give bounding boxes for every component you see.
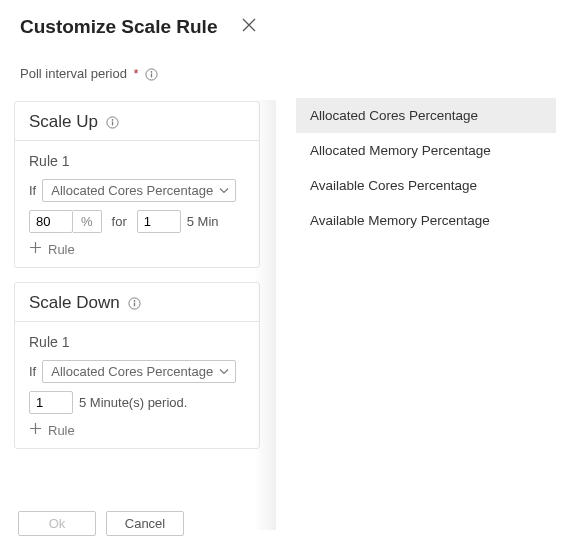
add-rule-label: Rule [48, 242, 75, 257]
scale-up-duration-input[interactable] [137, 210, 181, 233]
scale-down-metric-select[interactable]: Allocated Cores Percentage [42, 360, 236, 383]
svg-point-4 [112, 119, 114, 121]
scale-up-rule-title: Rule 1 [29, 153, 245, 169]
plus-icon [29, 241, 42, 257]
scale-up-header: Scale Up [15, 102, 259, 141]
if-label: If [29, 183, 36, 198]
dropdown-option[interactable]: Available Memory Percentage [296, 203, 556, 238]
svg-rect-8 [134, 302, 135, 306]
dropdown-option[interactable]: Allocated Memory Percentage [296, 133, 556, 168]
poll-interval-label: Poll interval period [20, 66, 127, 81]
scale-down-add-rule[interactable]: Rule [29, 422, 245, 438]
scale-down-duration-suffix: 5 Minute(s) period. [79, 395, 187, 410]
scale-up-duration-suffix: 5 Min [187, 214, 219, 229]
if-label: If [29, 364, 36, 379]
info-icon[interactable] [128, 297, 141, 310]
svg-rect-5 [112, 121, 113, 125]
scale-up-title: Scale Up [29, 112, 98, 132]
footer: Ok Cancel [18, 511, 184, 536]
info-icon[interactable] [145, 68, 158, 81]
required-marker: * [134, 66, 139, 81]
poll-interval-field: Poll interval period * [0, 44, 276, 87]
svg-point-7 [133, 300, 135, 302]
dropdown-option[interactable]: Available Cores Percentage [296, 168, 556, 203]
add-rule-label: Rule [48, 423, 75, 438]
scale-up-metric-select[interactable]: Allocated Cores Percentage [42, 179, 236, 202]
chevron-down-icon [219, 364, 229, 379]
dropdown-option[interactable]: Allocated Cores Percentage [296, 98, 556, 133]
scale-down-section: Scale Down Rule 1 If Allocated Cores Per… [14, 282, 260, 449]
scale-down-title: Scale Down [29, 293, 120, 313]
chevron-down-icon [219, 183, 229, 198]
close-button[interactable] [242, 18, 256, 32]
svg-point-1 [151, 71, 153, 73]
for-label: for [112, 214, 127, 229]
metric-dropdown-popover: Allocated Cores Percentage Allocated Mem… [296, 98, 556, 238]
info-icon[interactable] [106, 116, 119, 129]
scale-up-threshold-input[interactable] [29, 210, 73, 233]
scale-up-section: Scale Up Rule 1 If Allocated Cores Perce… [14, 101, 260, 268]
threshold-unit: % [73, 210, 102, 233]
page-title: Customize Scale Rule [0, 0, 276, 44]
scale-up-add-rule[interactable]: Rule [29, 241, 245, 257]
scale-down-rule-title: Rule 1 [29, 334, 245, 350]
scale-up-metric-value: Allocated Cores Percentage [51, 183, 213, 198]
ok-button[interactable]: Ok [18, 511, 96, 536]
svg-rect-2 [151, 74, 152, 78]
cancel-button[interactable]: Cancel [106, 511, 184, 536]
scale-down-header: Scale Down [15, 283, 259, 322]
close-icon [242, 18, 256, 32]
plus-icon [29, 422, 42, 438]
scale-down-metric-value: Allocated Cores Percentage [51, 364, 213, 379]
scale-down-duration-input[interactable] [29, 391, 73, 414]
